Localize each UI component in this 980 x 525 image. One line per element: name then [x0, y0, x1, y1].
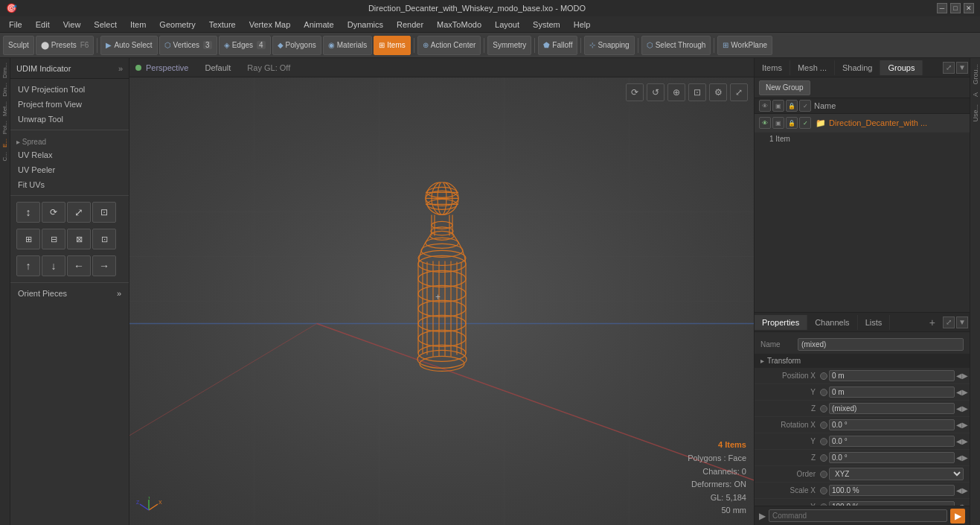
- menu-system[interactable]: System: [527, 19, 566, 31]
- rotation-y-arrows[interactable]: ◀▶: [956, 437, 964, 445]
- group-check-icon[interactable]: ✓: [799, 117, 811, 129]
- left-strip-tab-c[interactable]: C...: [1, 150, 9, 162]
- left-strip-tab-meta[interactable]: Met...: [1, 100, 9, 118]
- workplane-button[interactable]: ⊞ WorkPlane: [717, 36, 772, 55]
- position-y-input[interactable]: [829, 386, 955, 398]
- falloff-button[interactable]: ⬟ Falloff: [538, 36, 577, 55]
- props-expand-left[interactable]: ⤢: [943, 316, 955, 328]
- tab-groups[interactable]: Groups: [880, 60, 923, 75]
- right-panel-expand-left[interactable]: ⤢: [943, 62, 955, 74]
- selectthrough-button[interactable]: ⬡ Select Through: [641, 36, 711, 55]
- position-x-dot[interactable]: [820, 372, 827, 380]
- position-z-input[interactable]: [829, 403, 955, 414]
- panel-item-uvrelax[interactable]: UV Relax: [10, 147, 129, 162]
- rotation-y-input[interactable]: [829, 436, 955, 447]
- menu-dynamics[interactable]: Dynamics: [342, 19, 389, 31]
- rotation-z-dot[interactable]: [820, 454, 827, 462]
- menu-help[interactable]: Help: [568, 19, 597, 31]
- rotation-z-input[interactable]: [829, 452, 955, 463]
- close-button[interactable]: ✕: [964, 3, 974, 13]
- panel-item-projectfromview[interactable]: Project from View: [10, 97, 129, 112]
- panel-item-fituvs[interactable]: Fit UVs: [10, 177, 129, 192]
- icon-left[interactable]: ←: [67, 255, 91, 276]
- group-eye-icon[interactable]: 👁: [759, 117, 771, 129]
- icon-grid-c[interactable]: ⊠: [67, 229, 91, 249]
- menu-view[interactable]: View: [57, 19, 87, 31]
- icon-up[interactable]: ↑: [16, 255, 40, 276]
- right-strip-tab-groups[interactable]: Grou...: [971, 61, 980, 88]
- symmetry-button[interactable]: Symmetry: [487, 36, 531, 55]
- icon-down[interactable]: ↓: [42, 255, 65, 276]
- tab-items[interactable]: Items: [755, 60, 790, 75]
- menu-layout[interactable]: Layout: [489, 19, 525, 31]
- nav-tumble-icon[interactable]: ⟳: [626, 83, 644, 101]
- position-z-dot[interactable]: [820, 405, 827, 413]
- icon-grid-d[interactable]: ⊡: [92, 229, 116, 249]
- panel-expand-icon[interactable]: »: [118, 64, 123, 73]
- orient-expand[interactable]: »: [117, 289, 121, 298]
- position-y-dot[interactable]: [820, 389, 827, 396]
- sculpt-button[interactable]: Sculpt: [3, 36, 34, 55]
- menu-item[interactable]: Item: [124, 19, 152, 31]
- position-y-arrows[interactable]: ◀▶: [956, 388, 964, 396]
- tab-properties[interactable]: Properties: [755, 315, 807, 330]
- position-x-input[interactable]: [829, 370, 955, 381]
- menu-animate[interactable]: Animate: [298, 19, 339, 31]
- autoselect-button[interactable]: ▶ Auto Select: [100, 36, 157, 55]
- scale-x-input[interactable]: [829, 485, 955, 496]
- menu-geometry[interactable]: Geometry: [153, 19, 201, 31]
- rotation-x-input[interactable]: [829, 419, 955, 430]
- polygons-button[interactable]: ◆ Polygons: [272, 36, 321, 55]
- group-item-1[interactable]: 👁 ▣ 🔒 ✓ 📁 Direction_Decanter_with ...: [755, 114, 970, 133]
- right-strip-tab-a[interactable]: A: [971, 89, 980, 100]
- menu-select[interactable]: Select: [88, 19, 123, 31]
- icon-rotate[interactable]: ⟳: [42, 202, 65, 223]
- rotation-z-arrows[interactable]: ◀▶: [956, 454, 964, 462]
- rotation-x-dot[interactable]: [820, 421, 827, 429]
- group-lock-icon[interactable]: 🔒: [786, 117, 798, 129]
- order-dot[interactable]: [820, 471, 827, 478]
- col-icon-lock[interactable]: 🔒: [786, 100, 798, 112]
- scale-x-dot[interactable]: [820, 487, 827, 494]
- presets-button[interactable]: ⬤ Presets F6: [36, 36, 95, 55]
- position-z-arrows[interactable]: ◀▶: [956, 404, 964, 413]
- position-x-arrows[interactable]: ◀▶: [956, 372, 964, 380]
- col-icon-eye[interactable]: 👁: [759, 100, 771, 112]
- tab-channels[interactable]: Channels: [807, 315, 857, 330]
- icon-grid-a[interactable]: ⊞: [16, 229, 40, 249]
- items-button[interactable]: ⊞ Items: [374, 36, 410, 55]
- icon-scale[interactable]: ⤢: [67, 202, 91, 223]
- icon-right[interactable]: →: [92, 255, 116, 276]
- vertices-button[interactable]: ⬡ Vertices 3: [159, 36, 217, 55]
- icon-grid-b[interactable]: ⊟: [42, 229, 65, 249]
- tab-lists[interactable]: Lists: [858, 315, 891, 330]
- menu-edit[interactable]: Edit: [30, 19, 56, 31]
- panel-item-uvprojection[interactable]: UV Projection Tool: [10, 82, 129, 97]
- props-expand-right[interactable]: ▼: [956, 316, 968, 328]
- icon-move[interactable]: ↕: [16, 202, 40, 223]
- tab-mesh[interactable]: Mesh ...: [790, 60, 835, 75]
- maximize-button[interactable]: □: [950, 3, 961, 13]
- rotation-y-dot[interactable]: [820, 438, 827, 445]
- group-render-icon[interactable]: ▣: [772, 117, 784, 129]
- icon-transform[interactable]: ⊡: [92, 202, 116, 223]
- panel-item-unwrap[interactable]: Unwrap Tool: [10, 112, 129, 127]
- tab-shading[interactable]: Shading: [835, 60, 880, 75]
- nav-zoom-icon[interactable]: ⊕: [667, 83, 685, 101]
- viewport[interactable]: Perspective Default Ray GL: Off: [129, 58, 754, 525]
- panel-item-uvpeeler[interactable]: UV Peeler: [10, 162, 129, 177]
- tab-add-button[interactable]: +: [923, 314, 941, 331]
- right-panel-expand-right[interactable]: ▼: [956, 62, 968, 74]
- col-icon-render[interactable]: ▣: [772, 100, 784, 112]
- menu-vertexmap[interactable]: Vertex Map: [243, 19, 297, 31]
- panel-item-orient[interactable]: Orient Pieces »: [10, 286, 129, 301]
- order-select[interactable]: XYZ: [829, 468, 964, 480]
- left-strip-tab-e[interactable]: E...: [1, 137, 9, 149]
- left-strip-tab-din[interactable]: Din...: [1, 81, 9, 98]
- actioncenter-button[interactable]: ⊕ Action Center: [417, 36, 481, 55]
- nav-reset-icon[interactable]: ↺: [647, 83, 664, 101]
- nav-settings-icon[interactable]: ⚙: [709, 83, 727, 101]
- command-input[interactable]: [769, 509, 947, 522]
- left-strip-tab-dim[interactable]: Dim...: [1, 61, 9, 80]
- menu-render[interactable]: Render: [391, 19, 429, 31]
